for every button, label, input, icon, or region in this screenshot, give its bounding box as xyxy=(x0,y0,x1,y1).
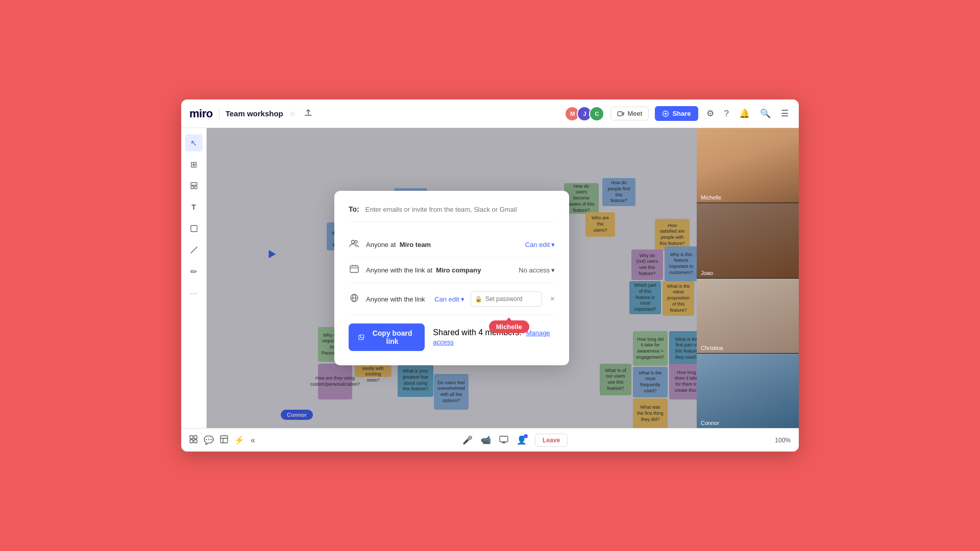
company-access-dropdown[interactable]: No access ▾ xyxy=(519,266,555,274)
search-icon[interactable]: 🔍 xyxy=(758,106,773,121)
svg-rect-9 xyxy=(350,266,358,272)
svg-rect-5 xyxy=(191,226,197,232)
tool-line[interactable] xyxy=(185,241,203,259)
header: miro Team workshop ☆ M J C Meet Share ⚙ xyxy=(181,99,799,128)
company-label: Anyone with the link at xyxy=(366,266,432,274)
close-password-btn[interactable]: × xyxy=(550,294,555,304)
miro-logo: miro xyxy=(189,107,213,120)
svg-rect-4 xyxy=(194,186,197,189)
header-divider xyxy=(219,108,219,120)
tool-cursor[interactable]: ↖ xyxy=(185,134,203,152)
video-bg-joao xyxy=(697,203,799,278)
copy-board-button[interactable]: Copy board link xyxy=(349,323,425,351)
menu-icon[interactable]: ☰ xyxy=(779,106,791,121)
company-icon xyxy=(349,264,360,277)
upload-icon[interactable] xyxy=(304,109,312,119)
share-modal: To: Anyone at Miro team Can ed xyxy=(334,191,569,365)
canvas[interactable]: What are feature requests? What are comp… xyxy=(207,128,697,428)
bottom-lightning-icon[interactable]: ⚡ xyxy=(234,435,244,445)
star-icon[interactable]: ☆ xyxy=(289,110,296,118)
svg-rect-13 xyxy=(190,436,193,439)
bottom-comment-icon[interactable]: 💬 xyxy=(204,435,214,445)
camera-icon[interactable]: 📹 xyxy=(481,435,491,445)
link-perm-text: Anyone with the link xyxy=(366,295,428,303)
company-permission-row: Anyone with the link at Miro company No … xyxy=(349,258,555,283)
share-screen-icon[interactable] xyxy=(499,435,508,446)
mic-icon[interactable]: 🎤 xyxy=(462,435,473,445)
link-permission-dropdown[interactable]: Can edit ▾ xyxy=(434,295,464,303)
zoom-level: 100% xyxy=(775,437,791,444)
video-name-michelle: Michelle xyxy=(697,192,725,203)
bottom-left: 💬 ⚡ « xyxy=(189,435,255,445)
main-area: ↖ ⊞ T ✏ ··· What are feature requests? W… xyxy=(181,128,799,428)
svg-line-6 xyxy=(191,247,197,253)
svg-rect-3 xyxy=(191,186,193,189)
svg-rect-17 xyxy=(220,436,228,443)
board-title: Team workshop xyxy=(226,109,283,118)
left-toolbar: ↖ ⊞ T ✏ ··· xyxy=(181,128,207,428)
svg-rect-16 xyxy=(194,440,197,443)
video-name-connor: Connor xyxy=(697,418,723,428)
video-name-joao: Joao xyxy=(697,268,717,278)
michelle-arrow xyxy=(506,317,511,320)
tool-more[interactable]: ··· xyxy=(185,284,203,302)
tool-shape[interactable] xyxy=(185,220,203,237)
settings-icon[interactable]: ⚙ xyxy=(704,106,716,121)
svg-point-8 xyxy=(355,241,357,243)
avatar-group: M J C xyxy=(565,106,604,121)
video-panel: Michelle Joao Christina Connor xyxy=(697,128,799,428)
video-name-christina: Christina xyxy=(697,343,727,353)
lock-icon: 🔒 xyxy=(475,295,482,303)
notification-dot xyxy=(524,434,528,438)
svg-rect-15 xyxy=(190,440,193,443)
people-icon-wrapper: 👤 xyxy=(517,435,527,445)
tool-template[interactable] xyxy=(185,177,203,194)
team-name: Miro team xyxy=(400,241,431,248)
meet-button[interactable]: Meet xyxy=(610,107,649,120)
michelle-tooltip: Michelle xyxy=(489,320,529,333)
bottom-table-icon[interactable] xyxy=(220,435,228,445)
tool-pen[interactable]: ✏ xyxy=(185,263,203,280)
team-perm-text: Anyone at Miro team xyxy=(366,241,519,248)
tool-text[interactable]: T xyxy=(185,198,203,216)
team-label: Anyone at xyxy=(366,241,396,248)
team-permission-dropdown[interactable]: Can edit ▾ xyxy=(525,241,555,248)
modal-overlay: To: Anyone at Miro team Can ed xyxy=(207,128,697,428)
to-label: To: xyxy=(349,205,359,213)
bottom-center: 🎤 📹 👤 Leave xyxy=(462,434,568,447)
to-row: To: xyxy=(349,205,555,222)
svg-rect-2 xyxy=(191,183,197,185)
avatar-user3: C xyxy=(589,106,604,121)
leave-button[interactable]: Leave xyxy=(535,434,568,447)
bottom-grid-icon[interactable] xyxy=(189,435,198,445)
svg-rect-14 xyxy=(194,436,197,439)
svg-rect-18 xyxy=(500,436,508,442)
video-bg-connor xyxy=(697,354,799,428)
team-icon xyxy=(349,238,360,251)
invite-input[interactable] xyxy=(365,206,555,213)
svg-point-7 xyxy=(352,240,355,243)
video-cell-joao: Joao xyxy=(697,203,799,278)
team-permission-row: Anyone at Miro team Can edit ▾ xyxy=(349,232,555,258)
meet-label: Meet xyxy=(627,110,642,117)
link-label: Anyone with the link xyxy=(366,295,425,303)
svg-rect-12 xyxy=(361,335,364,338)
bottom-collapse-icon[interactable]: « xyxy=(251,436,255,445)
header-right: M J C Meet Share ⚙ ? 🔔 🔍 ☰ xyxy=(565,106,791,121)
share-button[interactable]: Share xyxy=(655,106,698,121)
help-icon[interactable]: ? xyxy=(722,107,731,121)
share-label: Share xyxy=(672,110,691,117)
video-cell-christina: Christina xyxy=(697,279,799,353)
notification-icon[interactable]: 🔔 xyxy=(737,106,752,121)
globe-icon xyxy=(349,293,360,306)
company-name: Miro company xyxy=(436,266,481,274)
svg-rect-0 xyxy=(618,112,622,116)
video-cell-connor: Connor xyxy=(697,354,799,428)
bottom-bar: 💬 ⚡ « 🎤 📹 👤 Leave 100% xyxy=(181,428,799,452)
tool-grid[interactable]: ⊞ xyxy=(185,156,203,173)
video-bg-christina xyxy=(697,279,799,353)
company-perm-text: Anyone with the link at Miro company xyxy=(366,266,512,274)
password-wrapper: 🔒 xyxy=(471,291,542,307)
video-bg-michelle xyxy=(697,128,799,203)
app-window: miro Team workshop ☆ M J C Meet Share ⚙ xyxy=(181,99,799,452)
